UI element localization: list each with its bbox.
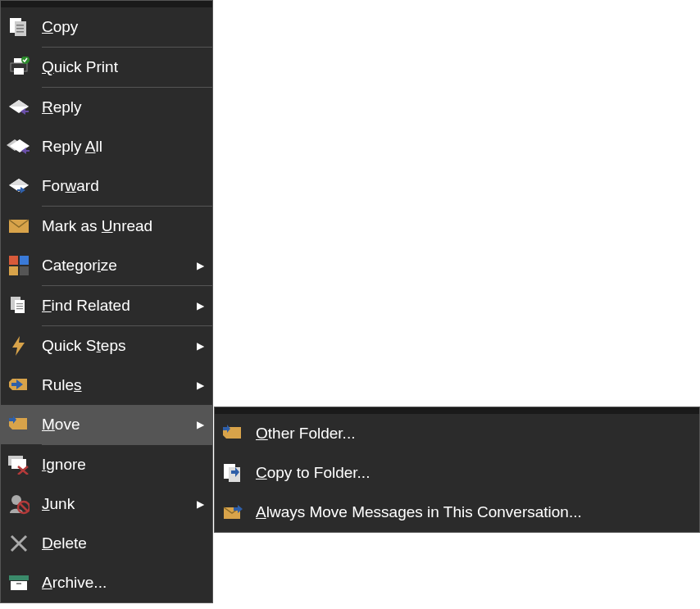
menu-item-label: Other Folder... (256, 425, 691, 443)
submenu-item-copy-to-folder[interactable]: Copy to Folder... (215, 453, 699, 493)
quick-steps-icon (6, 333, 32, 359)
menu-header-strip (1, 1, 212, 7)
svg-rect-25 (16, 583, 21, 584)
menu-item-reply[interactable]: Reply (1, 88, 212, 127)
forward-icon (6, 173, 32, 199)
svg-rect-13 (20, 266, 29, 275)
svg-rect-2 (16, 25, 24, 26)
menu-item-label: Reply (42, 98, 204, 116)
svg-rect-4 (16, 31, 24, 33)
submenu-arrow-icon: ▶ (197, 300, 204, 311)
svg-rect-16 (16, 303, 23, 304)
svg-rect-23 (9, 575, 29, 580)
submenu-arrow-icon: ▶ (197, 419, 204, 430)
menu-item-label: Archive... (42, 574, 204, 592)
menu-item-mark-unread[interactable]: Mark as Unread (1, 207, 212, 246)
menu-item-label: Move (42, 416, 197, 434)
svg-rect-18 (16, 308, 23, 309)
menu-item-categorize[interactable]: Categorize ▶ (1, 246, 212, 285)
menu-header-strip (215, 407, 699, 414)
menu-item-quick-steps[interactable]: Quick Steps ▶ (1, 326, 212, 366)
always-move-icon (220, 499, 246, 525)
menu-item-delete[interactable]: Delete (1, 524, 212, 563)
menu-item-ignore[interactable]: Ignore (1, 445, 212, 484)
menu-item-label: Categorize (42, 257, 197, 275)
move-submenu: Other Folder... Copy to Folder... Always… (214, 407, 700, 533)
archive-icon (6, 570, 32, 596)
svg-rect-10 (9, 256, 18, 265)
ignore-icon (6, 452, 32, 478)
menu-item-label: Quick Steps (42, 337, 197, 355)
submenu-arrow-icon: ▶ (197, 260, 204, 271)
menu-item-label: Find Related (42, 297, 197, 315)
categorize-icon (6, 252, 32, 279)
menu-item-label: Reply All (42, 138, 204, 156)
submenu-arrow-icon: ▶ (197, 379, 204, 391)
menu-item-label: Ignore (42, 456, 204, 474)
menu-item-archive[interactable]: Archive... (1, 563, 212, 602)
junk-icon (6, 491, 32, 517)
menu-item-junk[interactable]: Junk ▶ (1, 484, 212, 524)
mark-unread-icon (6, 213, 32, 239)
svg-rect-24 (11, 581, 27, 590)
menu-item-label: Copy to Folder... (256, 464, 691, 482)
move-icon (6, 411, 32, 438)
svg-rect-3 (16, 28, 24, 30)
svg-rect-17 (16, 306, 23, 307)
submenu-item-other-folder[interactable]: Other Folder... (215, 414, 699, 453)
menu-item-find-related[interactable]: Find Related ▶ (1, 286, 212, 325)
menu-item-reply-all[interactable]: Reply All (1, 127, 212, 166)
svg-rect-12 (9, 266, 18, 275)
menu-item-label: Quick Print (42, 58, 204, 76)
svg-rect-11 (20, 256, 29, 265)
menu-item-label: Forward (42, 177, 204, 195)
menu-item-copy[interactable]: Copy (1, 7, 212, 47)
menu-item-label: Rules (42, 376, 197, 394)
menu-item-quick-print[interactable]: Quick Print (1, 48, 212, 87)
svg-rect-7 (14, 68, 24, 75)
menu-item-label: Junk (42, 495, 197, 513)
menu-item-rules[interactable]: Rules ▶ (1, 366, 212, 405)
copy-to-folder-icon (220, 460, 246, 486)
menu-item-label: Mark as Unread (42, 217, 204, 235)
other-folder-icon (220, 420, 246, 447)
svg-rect-27 (229, 467, 240, 482)
menu-item-label: Delete (42, 534, 204, 552)
context-menu: Copy Quick Print Reply Reply All Forward… (0, 0, 213, 603)
rules-icon (6, 372, 32, 398)
menu-item-move[interactable]: Move ▶ (1, 405, 212, 444)
reply-icon (6, 94, 32, 120)
find-related-icon (6, 293, 32, 319)
menu-item-label: Copy (42, 18, 204, 36)
copy-icon (6, 14, 32, 40)
submenu-item-always-move[interactable]: Always Move Messages in This Conversatio… (215, 493, 699, 532)
submenu-arrow-icon: ▶ (197, 498, 204, 510)
quick-print-icon (6, 54, 32, 80)
reply-all-icon (6, 134, 32, 160)
submenu-arrow-icon: ▶ (197, 340, 204, 352)
delete-icon (6, 530, 32, 557)
menu-item-label: Always Move Messages in This Conversatio… (256, 503, 691, 521)
menu-item-forward[interactable]: Forward (1, 166, 212, 206)
